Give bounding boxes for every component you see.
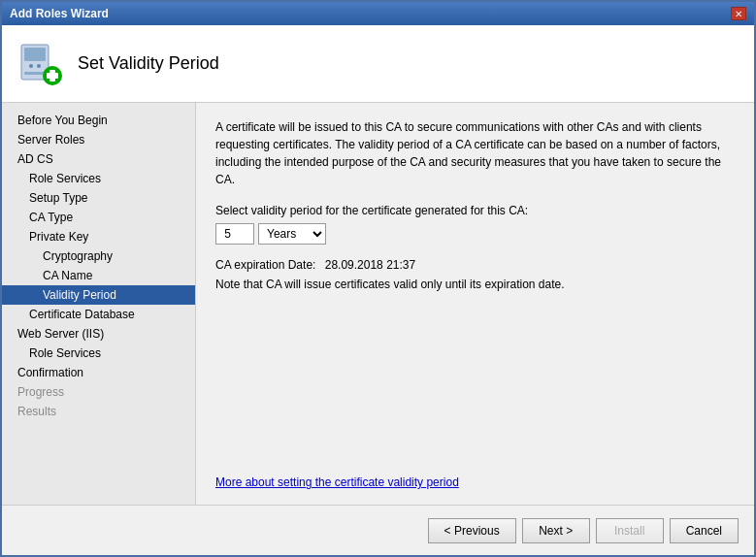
header-area: Set Validity Period: [2, 25, 754, 103]
expiration-label: CA expiration Date:: [215, 258, 315, 272]
header-icon: [17, 41, 64, 87]
select-label: Select validity period for the certifica…: [215, 204, 735, 217]
sidebar-item-certificate-database[interactable]: Certificate Database: [2, 305, 195, 324]
sidebar-item-confirmation[interactable]: Confirmation: [2, 363, 195, 382]
expiration-date-line: CA expiration Date: 28.09.2018 21:37: [215, 258, 735, 272]
sidebar-item-role-services-iis[interactable]: Role Services: [2, 344, 195, 363]
expiration-date: 28.09.2018 21:37: [325, 258, 415, 272]
sidebar-item-server-roles[interactable]: Server Roles: [2, 130, 195, 149]
sidebar-item-ca-name[interactable]: CA Name: [2, 266, 195, 285]
footer: < Previous Next > Install Cancel: [2, 505, 754, 555]
svg-point-3: [37, 64, 41, 68]
sidebar-item-web-server-iis[interactable]: Web Server (IIS): [2, 324, 195, 344]
install-button[interactable]: Install: [596, 518, 664, 543]
content-area: A certificate will be issued to this CA …: [196, 103, 754, 505]
link-area: More about setting the certificate valid…: [215, 460, 735, 489]
sidebar-item-before-you-begin[interactable]: Before You Begin: [2, 111, 195, 130]
page-title: Set Validity Period: [78, 53, 219, 74]
cancel-button[interactable]: Cancel: [670, 518, 739, 543]
previous-button[interactable]: < Previous: [428, 518, 516, 543]
sidebar-item-ca-type[interactable]: CA Type: [2, 208, 195, 227]
window-title: Add Roles Wizard: [10, 7, 109, 20]
title-bar: Add Roles Wizard ✕: [2, 2, 754, 25]
sidebar-item-role-services[interactable]: Role Services: [2, 169, 195, 188]
main-content: Before You Begin Server Roles AD CS Role…: [2, 103, 754, 505]
svg-rect-4: [24, 72, 46, 75]
more-about-link[interactable]: More about setting the certificate valid…: [215, 475, 459, 489]
sidebar-item-private-key[interactable]: Private Key: [2, 227, 195, 246]
sidebar-item-results: Results: [2, 402, 195, 421]
validity-unit-select[interactable]: Years Months Weeks Days: [258, 223, 326, 245]
close-button[interactable]: ✕: [731, 7, 746, 20]
expiration-section: CA expiration Date: 28.09.2018 21:37 Not…: [215, 258, 735, 291]
sidebar-item-ad-cs[interactable]: AD CS: [2, 149, 195, 169]
next-button[interactable]: Next >: [522, 518, 590, 543]
sidebar-item-cryptography[interactable]: Cryptography: [2, 246, 195, 266]
sidebar-item-validity-period[interactable]: Validity Period: [2, 285, 195, 305]
validity-inputs: Years Months Weeks Days: [215, 223, 735, 245]
select-validity-section: Select validity period for the certifica…: [215, 204, 735, 245]
svg-point-2: [29, 64, 33, 68]
description-text: A certificate will be issued to this CA …: [215, 118, 735, 188]
expiration-note: Note that CA will issue certificates val…: [215, 278, 735, 291]
validity-number-input[interactable]: [215, 223, 254, 245]
svg-rect-7: [47, 73, 58, 79]
sidebar-item-progress: Progress: [2, 382, 195, 402]
wizard-window: Add Roles Wizard ✕ Set Validity Period: [0, 0, 756, 557]
sidebar-item-setup-type[interactable]: Setup Type: [2, 188, 195, 208]
sidebar: Before You Begin Server Roles AD CS Role…: [2, 103, 196, 505]
svg-rect-1: [24, 48, 46, 61]
